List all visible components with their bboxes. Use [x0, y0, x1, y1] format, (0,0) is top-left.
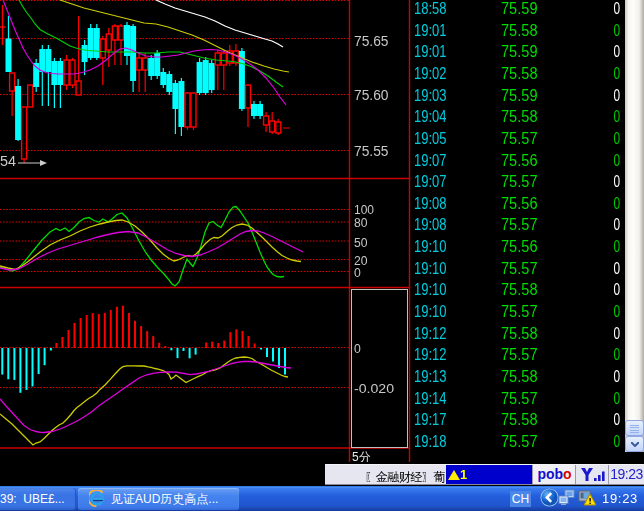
- svg-text:0: 0: [614, 22, 621, 39]
- svg-text:19:10: 19:10: [414, 281, 447, 298]
- svg-text:19:17: 19:17: [414, 411, 447, 428]
- svg-text:75.56: 75.56: [501, 152, 538, 169]
- svg-text:80: 80: [354, 216, 368, 230]
- svg-text:18:58: 18:58: [414, 0, 447, 17]
- svg-text:19:01: 19:01: [414, 22, 447, 39]
- svg-text:0: 0: [614, 0, 621, 17]
- svg-text:75.58: 75.58: [501, 65, 538, 82]
- svg-text:0: 0: [614, 173, 621, 190]
- svg-text:75.59: 75.59: [501, 87, 538, 104]
- svg-text:75.57: 75.57: [501, 173, 538, 190]
- svg-text:0: 0: [354, 266, 361, 280]
- svg-text:54: 54: [0, 153, 16, 169]
- svg-text:75.58: 75.58: [501, 108, 538, 125]
- svg-text:75.57: 75.57: [501, 433, 538, 450]
- svg-text:19:10: 19:10: [414, 238, 447, 255]
- svg-text:-0.020: -0.020: [354, 382, 394, 396]
- svg-text:75.57: 75.57: [501, 216, 538, 233]
- svg-text:0: 0: [614, 368, 621, 385]
- svg-text:75.59: 75.59: [501, 43, 538, 60]
- svg-text:0: 0: [614, 325, 621, 342]
- svg-text:19:13: 19:13: [414, 368, 447, 385]
- svg-text:19:10: 19:10: [414, 260, 447, 277]
- svg-text:75.57: 75.57: [501, 130, 538, 147]
- svg-text:0: 0: [614, 87, 621, 104]
- svg-text:75.58: 75.58: [501, 22, 538, 39]
- svg-text:0: 0: [614, 43, 621, 60]
- svg-text:75.57: 75.57: [501, 390, 538, 407]
- svg-text:0: 0: [614, 65, 621, 82]
- svg-text:50: 50: [354, 236, 368, 250]
- svg-text:75.65: 75.65: [354, 33, 389, 49]
- svg-text:0: 0: [614, 390, 621, 407]
- svg-text:19:12: 19:12: [414, 325, 447, 342]
- svg-text:0: 0: [614, 195, 621, 212]
- svg-text:75.57: 75.57: [501, 346, 538, 363]
- svg-text:100: 100: [354, 203, 374, 217]
- svg-text:75.56: 75.56: [501, 238, 538, 255]
- svg-text:0: 0: [614, 411, 621, 428]
- svg-text:5分: 5分: [352, 450, 371, 462]
- svg-text:0: 0: [614, 303, 621, 320]
- svg-text:19:07: 19:07: [414, 152, 447, 169]
- svg-text:19:12: 19:12: [414, 346, 447, 363]
- svg-text:0: 0: [614, 130, 621, 147]
- svg-text:0: 0: [614, 216, 621, 233]
- svg-text:19:18: 19:18: [414, 433, 447, 450]
- svg-text:75.60: 75.60: [354, 87, 389, 103]
- svg-text:19:08: 19:08: [414, 216, 447, 233]
- svg-text:75.58: 75.58: [501, 281, 538, 298]
- svg-text:19:14: 19:14: [414, 390, 447, 407]
- svg-text:75.57: 75.57: [501, 303, 538, 320]
- svg-text:75.58: 75.58: [501, 411, 538, 428]
- svg-text:19:05: 19:05: [414, 130, 447, 147]
- svg-text:0: 0: [614, 346, 621, 363]
- svg-text:19:10: 19:10: [414, 303, 447, 320]
- svg-text:75.55: 75.55: [354, 143, 389, 159]
- svg-text:0: 0: [614, 433, 621, 450]
- svg-text:19:04: 19:04: [414, 108, 447, 125]
- svg-text:0: 0: [614, 152, 621, 169]
- svg-text:0: 0: [614, 108, 621, 125]
- svg-text:19:03: 19:03: [414, 87, 447, 104]
- svg-text:75.57: 75.57: [501, 260, 538, 277]
- svg-text:0: 0: [614, 260, 621, 277]
- svg-text:75.56: 75.56: [501, 195, 538, 212]
- svg-text:19:07: 19:07: [414, 173, 447, 190]
- svg-text:19:01: 19:01: [414, 43, 447, 60]
- svg-text:19:08: 19:08: [414, 195, 447, 212]
- svg-text:0: 0: [614, 238, 621, 255]
- svg-text:0: 0: [614, 281, 621, 298]
- svg-text:19:02: 19:02: [414, 65, 447, 82]
- svg-text:75.58: 75.58: [501, 368, 538, 385]
- svg-text:0: 0: [354, 342, 361, 356]
- svg-text:75.58: 75.58: [501, 325, 538, 342]
- svg-text:75.59: 75.59: [501, 0, 538, 17]
